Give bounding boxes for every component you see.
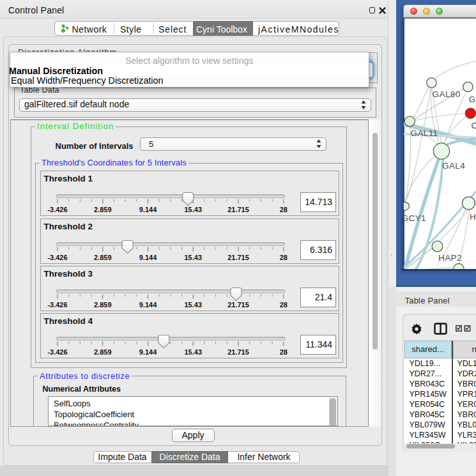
svg-text:GAL80: GAL80 — [433, 89, 461, 99]
svg-text:HAP2: HAP2 — [438, 253, 462, 263]
svg-text:GAL11: GAL11 — [411, 128, 438, 137]
svg-text:-3.426: -3.426 — [47, 348, 67, 356]
svg-text:15.43: 15.43 — [185, 254, 203, 261]
svg-text:2.859: 2.859 — [94, 301, 112, 309]
svg-text:28: 28 — [280, 206, 288, 213]
svg-text:-3.426: -3.426 — [47, 301, 67, 309]
svg-text:9.144: 9.144 — [139, 301, 157, 309]
svg-text:9.144: 9.144 — [139, 206, 157, 213]
svg-text:28: 28 — [280, 254, 288, 261]
svg-text:15.43: 15.43 — [185, 206, 203, 213]
svg-text:H: H — [470, 211, 476, 221]
svg-text:-3.426: -3.426 — [47, 254, 67, 261]
svg-text:15.43: 15.43 — [185, 301, 203, 309]
svg-text:21.715: 21.715 — [227, 301, 249, 309]
svg-text:9.144: 9.144 — [139, 254, 157, 261]
svg-text:21.715: 21.715 — [227, 348, 249, 356]
svg-text:2.859: 2.859 — [94, 348, 112, 356]
svg-text:2.859: 2.859 — [94, 206, 112, 213]
svg-text:15.43: 15.43 — [185, 348, 203, 356]
svg-text:28: 28 — [280, 348, 288, 356]
svg-text:GAL4: GAL4 — [442, 161, 465, 171]
svg-text:C: C — [472, 120, 476, 130]
svg-text:28: 28 — [280, 301, 288, 309]
svg-text:G.: G. — [469, 94, 476, 104]
svg-text:21.715: 21.715 — [227, 206, 249, 213]
svg-text:9.144: 9.144 — [139, 348, 157, 356]
svg-text:-3.426: -3.426 — [47, 206, 67, 213]
svg-text:GCY1: GCY1 — [404, 213, 426, 222]
svg-text:21.715: 21.715 — [227, 254, 249, 261]
svg-text:2.859: 2.859 — [94, 254, 112, 261]
